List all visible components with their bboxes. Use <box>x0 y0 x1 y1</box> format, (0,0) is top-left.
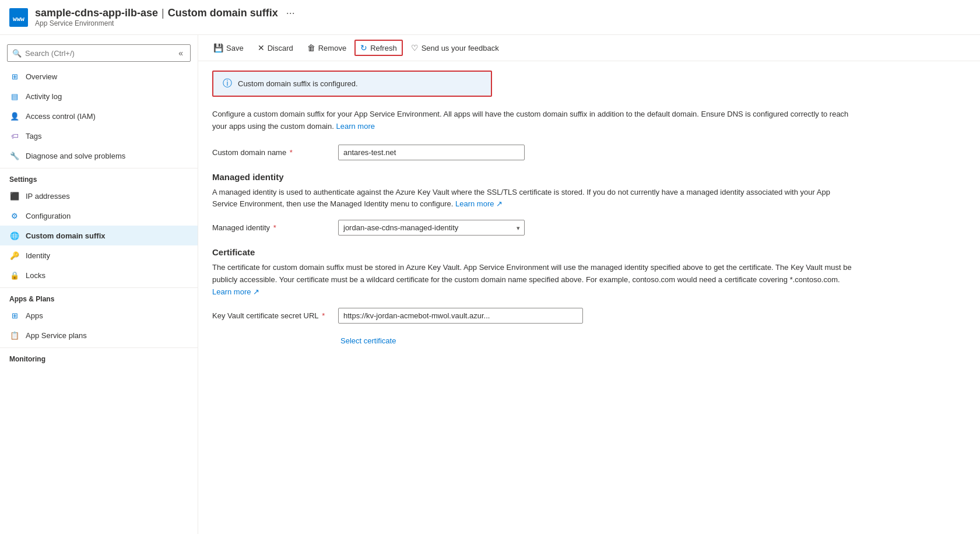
resource-name: sample-cdns-app-ilb-ase <box>35 7 158 19</box>
banner-text: Custom domain suffix is configured. <box>238 79 358 88</box>
managed-identity-learn-more-link[interactable]: Learn more ↗ <box>455 199 503 208</box>
managed-identity-select-wrapper: jordan-ase-cdns-managed-identity ▾ <box>338 220 525 236</box>
plans-icon: 📋 <box>9 330 20 340</box>
sidebar-item-configuration[interactable]: ⚙ Configuration <box>0 206 198 226</box>
locks-icon: 🔒 <box>9 270 20 280</box>
content-area: ⓘ Custom domain suffix is configured. Co… <box>198 61 898 364</box>
feedback-icon: ♡ <box>411 43 419 52</box>
apps-icon: ⊞ <box>9 310 20 321</box>
sidebar: 🔍 « ⊞ Overview ▤ Activity log 👤 Access c… <box>0 35 198 534</box>
certificate-section-title: Certificate <box>212 247 884 257</box>
sidebar-item-label: Access control (IAM) <box>26 112 96 121</box>
managed-identity-section-title: Managed identity <box>212 172 884 182</box>
managed-identity-label: Managed identity * <box>212 223 329 232</box>
header-ellipsis[interactable]: ··· <box>286 7 295 19</box>
info-banner: ⓘ Custom domain suffix is configured. <box>212 71 492 97</box>
key-vault-row: Key Vault certificate secret URL * Selec… <box>212 308 884 345</box>
settings-section-label: Settings <box>0 168 198 186</box>
sidebar-item-locks[interactable]: 🔒 Locks <box>0 265 198 285</box>
save-button[interactable]: 💾 Save <box>208 40 250 56</box>
main-description: Configure a custom domain suffix for you… <box>212 108 853 133</box>
sidebar-item-tags[interactable]: 🏷 Tags <box>0 126 198 146</box>
sidebar-item-label: App Service plans <box>26 331 87 340</box>
search-input[interactable] <box>25 49 176 58</box>
sidebar-item-label: Tags <box>26 132 41 140</box>
sidebar-item-label: Identity <box>26 251 50 260</box>
sidebar-item-apps[interactable]: ⊞ Apps <box>0 305 198 325</box>
collapse-button[interactable]: « <box>176 47 185 59</box>
activity-log-icon: ▤ <box>9 91 20 101</box>
header-titles: sample-cdns-app-ilb-ase | Custom domain … <box>35 7 295 27</box>
sidebar-item-label: Custom domain suffix <box>26 231 106 240</box>
refresh-icon: ↻ <box>360 43 367 52</box>
ip-icon: ⬛ <box>9 191 20 201</box>
sidebar-item-identity[interactable]: 🔑 Identity <box>0 245 198 265</box>
save-icon: 💾 <box>213 43 223 52</box>
custom-domain-input[interactable] <box>338 145 525 160</box>
sidebar-item-label: Configuration <box>26 212 71 220</box>
select-certificate-link[interactable]: Select certificate <box>340 336 396 345</box>
identity-icon: 🔑 <box>9 250 20 261</box>
page-header: www sample-cdns-app-ilb-ase | Custom dom… <box>0 0 980 35</box>
feedback-button[interactable]: ♡ Send us your feedback <box>405 40 505 56</box>
domain-icon: 🌐 <box>9 230 20 241</box>
managed-identity-desc: A managed identity is used to authentica… <box>212 187 853 211</box>
page-title: Custom domain suffix <box>168 7 278 19</box>
sidebar-item-custom-domain[interactable]: 🌐 Custom domain suffix <box>0 226 198 245</box>
diagnose-icon: 🔧 <box>9 150 20 161</box>
resource-icon: www <box>9 8 28 27</box>
search-box[interactable]: 🔍 « <box>7 44 191 62</box>
sidebar-item-label: Apps <box>26 311 43 320</box>
apps-plans-section-label: Apps & Plans <box>0 287 198 305</box>
header-separator: | <box>161 7 164 19</box>
discard-icon: ✕ <box>258 43 265 52</box>
sidebar-item-activity-log[interactable]: ▤ Activity log <box>0 86 198 106</box>
overview-icon: ⊞ <box>9 71 20 82</box>
sidebar-item-ip-addresses[interactable]: ⬛ IP addresses <box>0 186 198 206</box>
sidebar-item-label: IP addresses <box>26 192 70 201</box>
custom-domain-row: Custom domain name * <box>212 145 884 160</box>
remove-button[interactable]: 🗑 Remove <box>301 40 352 56</box>
managed-identity-row: Managed identity * jordan-ase-cdns-manag… <box>212 220 884 236</box>
monitoring-section-label: Monitoring <box>0 347 198 366</box>
discard-button[interactable]: ✕ Discard <box>252 40 299 56</box>
sidebar-item-overview[interactable]: ⊞ Overview <box>0 66 198 86</box>
certificate-desc: The certificate for custom domain suffix… <box>212 262 853 298</box>
key-vault-url-input[interactable] <box>338 308 583 324</box>
custom-domain-label: Custom domain name * <box>212 148 329 157</box>
key-vault-label: Key Vault certificate secret URL * <box>212 311 329 320</box>
description-learn-more-link[interactable]: Learn more <box>336 122 374 131</box>
sidebar-item-label: Overview <box>26 72 57 81</box>
resource-subtitle: App Service Environment <box>35 19 295 27</box>
toolbar: 💾 Save ✕ Discard 🗑 Remove ↻ Refresh ♡ Se… <box>198 35 980 61</box>
search-icon: 🔍 <box>12 49 22 58</box>
sidebar-item-label: Locks <box>26 271 45 280</box>
refresh-button[interactable]: ↻ Refresh <box>354 40 403 56</box>
sidebar-item-label: Diagnose and solve problems <box>26 152 125 160</box>
sidebar-item-label: Activity log <box>26 92 62 101</box>
sidebar-item-access-control[interactable]: 👤 Access control (IAM) <box>0 106 198 126</box>
tags-icon: 🏷 <box>9 131 20 141</box>
sidebar-search-container: 🔍 « <box>0 40 198 66</box>
main-content: 💾 Save ✕ Discard 🗑 Remove ↻ Refresh ♡ Se… <box>198 35 980 534</box>
svg-text:www: www <box>13 15 24 23</box>
sidebar-item-diagnose[interactable]: 🔧 Diagnose and solve problems <box>0 146 198 166</box>
certificate-learn-more-link[interactable]: Learn more ↗ <box>212 287 259 296</box>
banner-info-icon: ⓘ <box>223 78 232 90</box>
config-icon: ⚙ <box>9 210 20 221</box>
access-control-icon: 👤 <box>9 111 20 121</box>
managed-identity-select[interactable]: jordan-ase-cdns-managed-identity <box>338 220 525 236</box>
sidebar-item-app-service-plans[interactable]: 📋 App Service plans <box>0 325 198 345</box>
remove-icon: 🗑 <box>307 43 315 52</box>
